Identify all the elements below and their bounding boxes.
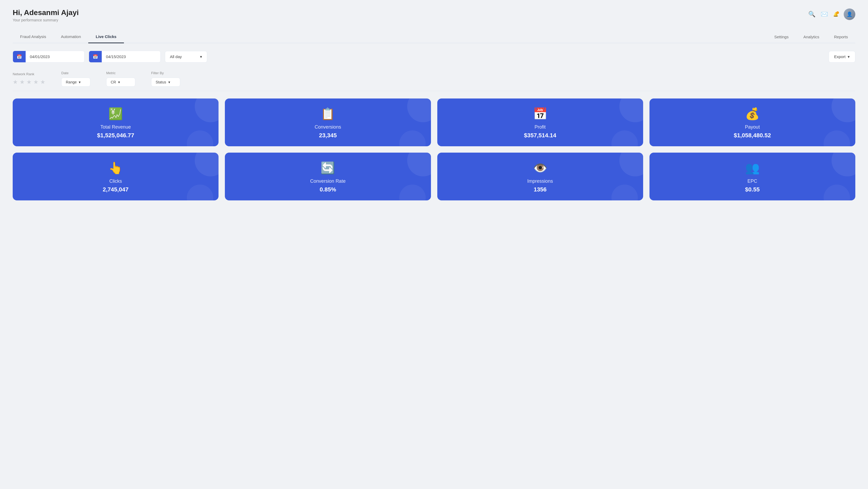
filter-by-select[interactable]: Status ▾ [151,78,180,87]
nav-tabs: Fraud Analysis Automation Live Clicks Se… [13,31,855,43]
metric-filter: Metric CR ▾ [106,71,135,87]
card-epc[interactable]: 👥 EPC $0.55 [649,153,855,200]
date-from-icon-button[interactable]: 📅 [13,51,26,62]
date-to-input[interactable] [102,51,160,62]
chevron-down-icon: ▾ [168,80,170,84]
metrics-grid: 💹 Total Revenue $1,525,046.77 📋 Conversi… [13,98,855,200]
star-2[interactable]: ★ [20,79,25,86]
export-button[interactable]: Export ▾ [829,51,855,63]
date-filter: Date Range ▾ [61,71,90,87]
card-icon-clicks: 👆 [108,161,123,175]
card-value-total-revenue: $1,525,046.77 [97,132,134,139]
card-value-payout: $1,058,480.52 [734,132,771,139]
metric-value: CR [111,80,116,84]
chevron-down-icon: ▾ [200,55,202,59]
card-value-impressions: 1356 [534,186,547,193]
card-icon-payout: 💰 [745,107,760,121]
card-title-clicks: Clicks [110,178,122,184]
star-5[interactable]: ★ [40,79,45,86]
header: Hi, Adesanmi Ajayi Your performance summ… [13,8,855,22]
tab-live-clicks[interactable]: Live Clicks [88,31,124,43]
card-total-revenue[interactable]: 💹 Total Revenue $1,525,046.77 [13,98,219,146]
tab-reports[interactable]: Reports [827,31,855,43]
chevron-down-icon: ▾ [118,80,120,84]
metric-filter-label: Metric [106,71,135,75]
filter-by-value: Status [156,80,166,84]
tab-automation[interactable]: Automation [53,31,88,43]
card-icon-total-revenue: 💹 [108,107,123,121]
card-title-conversions: Conversions [315,124,341,130]
star-4[interactable]: ★ [33,79,38,86]
date-from-group: 📅 [13,51,85,63]
header-left: Hi, Adesanmi Ajayi Your performance summ… [13,8,79,22]
filter-by-label: Filter By [151,71,180,75]
mail-icon[interactable]: ✉️ [821,11,828,18]
star-rating[interactable]: ★ ★ ★ ★ ★ [13,79,45,86]
network-rank-filter: Network Rank ★ ★ ★ ★ ★ [13,72,45,86]
nav-tabs-left: Fraud Analysis Automation Live Clicks [13,31,124,43]
time-select[interactable]: All day ▾ [165,51,207,63]
card-value-conversion-rate: 0.85% [320,186,336,193]
card-title-impressions: Impressions [527,178,553,184]
card-impressions[interactable]: 👁️ Impressions 1356 [437,153,643,200]
greeting: Hi, Adesanmi Ajayi [13,8,79,17]
user-name: Adesanmi Ajayi [24,8,79,17]
card-title-payout: Payout [745,124,760,130]
card-clicks[interactable]: 👆 Clicks 2,745,047 [13,153,219,200]
network-rank-label: Network Rank [13,72,45,76]
card-icon-impressions: 👁️ [533,161,548,175]
card-title-profit: Profit [534,124,546,130]
card-conversion-rate[interactable]: 🔄 Conversion Rate 0.85% [225,153,431,200]
card-icon-profit: 📅 [533,107,548,121]
time-select-label: All day [170,55,182,59]
notification-bell[interactable]: 🔔 [833,12,838,17]
chevron-down-icon: ▾ [79,80,81,84]
date-range-select[interactable]: Range ▾ [61,78,90,87]
star-1[interactable]: ★ [13,79,18,86]
notification-badge-dot [836,11,839,14]
tab-fraud-analysis[interactable]: Fraud Analysis [13,31,53,43]
card-value-clicks: 2,745,047 [103,186,129,193]
chevron-down-icon: ▾ [848,55,850,59]
card-value-epc: $0.55 [745,186,760,193]
filter-row-1: 📅 📅 All day ▾ Export ▾ [13,51,855,63]
avatar[interactable]: 👤 [844,8,855,20]
nav-tabs-right: Settings Analytics Reports [767,31,855,43]
card-icon-epc: 👥 [745,161,760,175]
search-icon[interactable]: 🔍 [808,11,815,18]
date-from-input[interactable] [26,51,84,62]
date-to-group: 📅 [89,51,161,63]
card-value-conversions: 23,345 [319,132,337,139]
subtitle: Your performance summary [13,18,79,22]
date-to-icon-button[interactable]: 📅 [89,51,102,62]
card-conversions[interactable]: 📋 Conversions 23,345 [225,98,431,146]
tab-analytics[interactable]: Analytics [796,31,827,43]
card-title-epc: EPC [747,178,757,184]
date-range-value: Range [66,80,76,84]
star-3[interactable]: ★ [26,79,32,86]
card-icon-conversions: 📋 [320,107,335,121]
header-right: 🔍 ✉️ 🔔 👤 [808,8,855,20]
greeting-text: Hi, [13,8,24,17]
card-profit[interactable]: 📅 Profit $357,514.14 [437,98,643,146]
metric-select[interactable]: CR ▾ [106,78,135,87]
card-icon-conversion-rate: 🔄 [320,161,335,175]
filter-row-2: Network Rank ★ ★ ★ ★ ★ Date Range ▾ Metr… [13,71,855,91]
date-filter-label: Date [61,71,90,75]
card-title-total-revenue: Total Revenue [100,124,131,130]
export-label: Export [834,55,845,59]
card-value-profit: $357,514.14 [524,132,556,139]
tab-settings[interactable]: Settings [767,31,796,43]
card-title-conversion-rate: Conversion Rate [310,178,346,184]
filter-by-group: Filter By Status ▾ [151,71,180,87]
card-payout[interactable]: 💰 Payout $1,058,480.52 [649,98,855,146]
